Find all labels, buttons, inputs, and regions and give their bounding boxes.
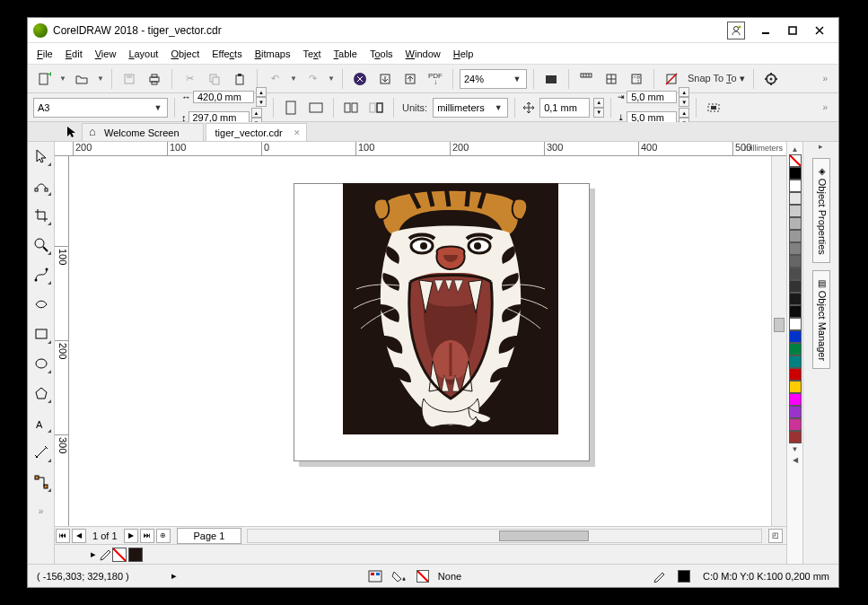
menu-view[interactable]: View [95, 48, 117, 59]
snap-off-button[interactable] [661, 68, 682, 90]
parallel-dimension-tool[interactable] [31, 442, 52, 463]
palette-swatch[interactable] [789, 330, 802, 343]
crop-tool[interactable] [31, 205, 52, 226]
show-guidelines-button[interactable] [626, 68, 647, 90]
polygon-tool[interactable] [31, 382, 52, 404]
palette-swatch[interactable] [789, 217, 802, 230]
doc-swatch[interactable] [128, 548, 143, 562]
toolbar2-overflow[interactable]: » [817, 102, 833, 112]
redo-dropdown[interactable]: ▼ [327, 75, 336, 83]
options-button[interactable] [760, 68, 782, 90]
menu-window[interactable]: Window [406, 48, 441, 59]
page-add-button[interactable]: ⊕ [156, 529, 171, 543]
palette-swatch[interactable] [789, 293, 802, 305]
palette-swatch[interactable] [789, 343, 802, 355]
toolbar1-overflow[interactable]: » [817, 74, 833, 83]
menu-table[interactable]: Table [334, 48, 357, 59]
navigator-button[interactable]: ◰ [768, 529, 783, 543]
fill-indicator-icon[interactable] [391, 570, 408, 583]
maximize-button[interactable] [779, 21, 806, 40]
open-button[interactable] [71, 68, 92, 90]
color-proof-icon[interactable] [368, 570, 382, 583]
menu-tools[interactable]: Tools [370, 48, 393, 59]
palette-swatch[interactable] [789, 393, 802, 406]
minimize-button[interactable] [752, 21, 779, 40]
page-width-input[interactable]: 420,0 mm [193, 91, 254, 103]
ruler-horizontal[interactable]: 200 100 0 100 200 300 400 500 millimeter… [55, 142, 786, 156]
shape-tool[interactable] [31, 175, 52, 197]
palette-swatch-none[interactable] [789, 154, 802, 167]
paste-button[interactable] [229, 68, 250, 90]
palette-swatch[interactable] [789, 242, 802, 255]
ellipse-tool[interactable] [31, 353, 52, 374]
width-spinner[interactable]: ▲▼ [256, 87, 267, 107]
nudge-input[interactable]: 0,1 mm [539, 98, 590, 118]
eyedropper-icon[interactable] [98, 548, 110, 561]
status-next-icon[interactable]: ▸ [171, 570, 177, 582]
palette-down-icon[interactable]: ▼ [789, 443, 802, 454]
palette-swatch[interactable] [789, 255, 802, 267]
palette-swatch[interactable] [789, 230, 802, 242]
page-next-button[interactable]: ▶ [124, 529, 138, 543]
menu-effects[interactable]: Effects [212, 48, 241, 59]
units-combo[interactable]: millimeters▼ [433, 98, 508, 118]
redo-button[interactable]: ↷ [302, 68, 323, 90]
palette-swatch[interactable] [789, 381, 802, 393]
fullscreen-preview-button[interactable] [540, 68, 562, 90]
nudge-spinner[interactable]: ▲▼ [593, 98, 604, 118]
print-button[interactable] [144, 68, 165, 90]
palette-swatch[interactable] [789, 167, 802, 180]
palette-swatch[interactable] [789, 205, 802, 217]
new-dropdown[interactable]: ▼ [58, 75, 67, 83]
export-button[interactable] [399, 68, 421, 90]
palette-swatch[interactable] [789, 305, 802, 318]
tab-document[interactable]: tiger_vector.cdr ✕ [206, 123, 307, 141]
zoom-tool[interactable] [31, 234, 52, 256]
dup-x-input[interactable]: 5,0 mm [627, 91, 677, 103]
dup-x-spinner[interactable]: ▲▼ [679, 87, 689, 107]
connector-tool[interactable] [31, 471, 52, 493]
publish-pdf-button[interactable]: PDF↓ [425, 68, 446, 90]
page-last-button[interactable]: ⏭ [140, 529, 154, 543]
zoom-combo[interactable]: 24%▼ [460, 69, 527, 89]
undo-button[interactable]: ↶ [264, 68, 285, 90]
snap-to-label[interactable]: Snap To To ▾ [686, 73, 747, 84]
palette-swatch[interactable] [789, 267, 802, 280]
tab-welcome[interactable]: Welcome Screen [82, 123, 204, 141]
doc-swatch-none[interactable] [112, 548, 127, 562]
open-dropdown[interactable]: ▼ [96, 75, 105, 83]
treat-as-filled-button[interactable] [703, 97, 724, 118]
cut-button[interactable]: ✂ [179, 68, 200, 90]
palette-swatch[interactable] [789, 418, 802, 431]
menu-edit[interactable]: Edit [66, 48, 83, 59]
palette-swatch[interactable] [789, 180, 802, 192]
docker-object-manager[interactable]: ▤ Object Manager [812, 270, 830, 369]
show-rulers-button[interactable] [575, 68, 597, 90]
new-button[interactable]: + [33, 68, 55, 90]
pick-tool[interactable] [31, 145, 52, 167]
tab-close-icon[interactable]: ✕ [294, 128, 301, 137]
palette-swatch[interactable] [789, 406, 802, 418]
palette-swatch[interactable] [789, 192, 802, 205]
page-prev-button[interactable]: ◀ [72, 529, 86, 543]
rectangle-tool[interactable] [31, 323, 52, 345]
palette-swatch[interactable] [789, 318, 802, 330]
outline-color-swatch[interactable] [678, 570, 690, 583]
palette-swatch[interactable] [789, 431, 802, 443]
outline-pen-icon[interactable] [653, 570, 665, 583]
vscroll-thumb[interactable] [774, 318, 785, 332]
palette-up-icon[interactable]: ▲ [789, 144, 802, 154]
search-content-button[interactable] [349, 68, 371, 90]
artwork-tiger[interactable] [343, 183, 558, 434]
palette-flyout-icon[interactable]: ◀ [789, 454, 802, 465]
menu-layout[interactable]: Layout [128, 48, 158, 59]
ruler-vertical[interactable]: 100 200 300 [55, 156, 69, 526]
palette-swatch[interactable] [789, 280, 802, 293]
palette-swatch[interactable] [789, 368, 802, 381]
all-pages-button[interactable] [340, 97, 362, 118]
menu-object[interactable]: Object [171, 48, 199, 59]
tab-pick-tool-icon[interactable] [64, 124, 80, 140]
current-page-button[interactable] [365, 97, 387, 118]
show-grid-button[interactable] [601, 68, 622, 90]
hscroll-thumb[interactable] [499, 530, 589, 541]
